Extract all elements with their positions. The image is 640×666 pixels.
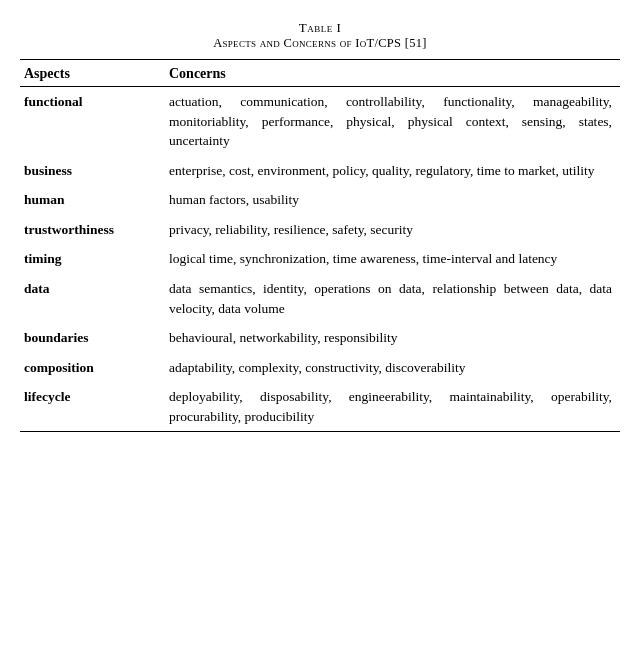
table-header-row: Aspects Concerns (20, 60, 620, 87)
concerns-cell: enterprise, cost, environment, policy, q… (165, 156, 620, 186)
table-row: humanhuman factors, usability (20, 185, 620, 215)
concerns-cell: deployability, disposability, engineerab… (165, 382, 620, 432)
aspect-label: lifecycle (24, 389, 70, 404)
aspect-cell: functional (20, 87, 165, 156)
aspect-cell: composition (20, 353, 165, 383)
aspect-label: business (24, 163, 72, 178)
concerns-cell: data semantics, identity, operations on … (165, 274, 620, 323)
aspect-cell: timing (20, 244, 165, 274)
aspect-label: human (24, 192, 65, 207)
table-row: functionalactuation, communication, cont… (20, 87, 620, 156)
concerns-cell: behavioural, networkability, responsibil… (165, 323, 620, 353)
table-row: boundariesbehavioural, networkability, r… (20, 323, 620, 353)
aspect-label: timing (24, 251, 62, 266)
concerns-cell: actuation, communication, controllabilit… (165, 87, 620, 156)
aspect-label: functional (24, 94, 83, 109)
aspect-label: trustworthiness (24, 222, 114, 237)
concerns-cell: human factors, usability (165, 185, 620, 215)
table-title-main: Table I (20, 20, 620, 36)
table-title: Table I Aspects and Concerns of IoT/CPS … (20, 20, 620, 51)
concerns-cell: privacy, reliability, resilience, safety… (165, 215, 620, 245)
table-row: lifecycledeployability, disposability, e… (20, 382, 620, 432)
aspect-label: data (24, 281, 50, 296)
table-row: compositionadaptability, complexity, con… (20, 353, 620, 383)
aspect-cell: boundaries (20, 323, 165, 353)
aspect-cell: data (20, 274, 165, 323)
aspect-cell: business (20, 156, 165, 186)
aspect-label: boundaries (24, 330, 89, 345)
aspect-cell: lifecycle (20, 382, 165, 432)
table-row: datadata semantics, identity, operations… (20, 274, 620, 323)
aspect-cell: trustworthiness (20, 215, 165, 245)
table-title-sub: Aspects and Concerns of IoT/CPS [51] (20, 36, 620, 51)
concerns-cell: adaptability, complexity, constructivity… (165, 353, 620, 383)
aspect-label: composition (24, 360, 94, 375)
table-row: timinglogical time, synchronization, tim… (20, 244, 620, 274)
header-concerns: Concerns (165, 60, 620, 87)
aspect-cell: human (20, 185, 165, 215)
table-row: trustworthinessprivacy, reliability, res… (20, 215, 620, 245)
concerns-cell: logical time, synchronization, time awar… (165, 244, 620, 274)
aspects-concerns-table: Aspects Concerns functionalactuation, co… (20, 59, 620, 432)
table-row: businessenterprise, cost, environment, p… (20, 156, 620, 186)
page-container: Table I Aspects and Concerns of IoT/CPS … (20, 20, 620, 646)
header-aspects: Aspects (20, 60, 165, 87)
